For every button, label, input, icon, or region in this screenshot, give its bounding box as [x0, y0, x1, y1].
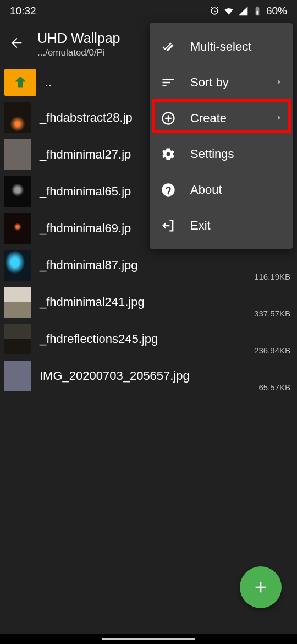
nav-bar: [0, 634, 297, 644]
chevron-right-icon: [276, 113, 283, 123]
menu-label: About: [190, 183, 222, 197]
file-size: 65.57KB: [258, 383, 290, 392]
file-row[interactable]: _fhdminimal241.jpg 337.57KB: [0, 283, 297, 320]
file-name: _fhdminimal69.jp: [40, 221, 131, 236]
status-bar: 10:32 60%: [0, 0, 297, 22]
plus-icon: [252, 578, 270, 596]
file-thumb: [4, 102, 31, 133]
exit-icon: [161, 218, 176, 233]
file-thumb: [4, 324, 31, 354]
sort-icon: [161, 75, 176, 90]
file-name: _fhdreflections245.jpg: [40, 332, 158, 346]
nav-indicator[interactable]: [102, 638, 195, 640]
file-row[interactable]: _fhdreflections245.jpg 236.94KB: [0, 320, 297, 357]
fab-add[interactable]: [240, 566, 282, 608]
settings-icon: [161, 146, 176, 162]
battery-percent: 60%: [266, 5, 287, 17]
menu-label: Settings: [190, 147, 234, 161]
file-name: _fhdminimal87.jpg: [40, 258, 138, 272]
chevron-right-icon: [276, 78, 283, 88]
file-thumb: [4, 287, 31, 318]
file-thumb: [4, 176, 31, 207]
file-name: IMG_20200703_205657.jpg: [40, 369, 190, 383]
menu-label: Sort by: [190, 75, 229, 90]
app-title-block: UHD Wallpap .../emulated/0/Pi: [37, 30, 120, 58]
file-size: 236.94KB: [254, 346, 290, 355]
menu-create[interactable]: Create: [150, 100, 293, 136]
create-icon: [161, 111, 176, 126]
status-icons: 60%: [209, 5, 287, 17]
multi-select-icon: [161, 39, 176, 54]
menu-sort-by[interactable]: Sort by: [150, 64, 293, 100]
about-icon: [161, 182, 176, 198]
back-button[interactable]: [9, 35, 24, 53]
folder-up-icon: [4, 69, 36, 96]
file-name: _fhdabstract28.jp: [40, 111, 133, 125]
parent-dir-label: ..: [45, 75, 52, 90]
overflow-menu: Multi-select Sort by Create Settings Abo…: [150, 23, 293, 249]
menu-label: Create: [190, 111, 227, 125]
wifi-icon: [223, 6, 234, 17]
file-row[interactable]: _fhdminimal87.jpg 116.19KB: [0, 247, 297, 283]
file-thumb: [4, 250, 31, 281]
file-thumb: [4, 213, 31, 244]
arrow-back-icon: [9, 35, 24, 51]
alarm-icon: [209, 6, 220, 17]
menu-label: Exit: [190, 219, 211, 233]
file-name: _fhdminimal65.jp: [40, 184, 131, 199]
file-size: 116.19KB: [254, 272, 290, 281]
battery-icon: [252, 6, 263, 17]
file-thumb: [4, 361, 31, 391]
arrow-up-icon: [11, 73, 30, 92]
menu-exit[interactable]: Exit: [150, 208, 293, 243]
file-name: _fhdminimal241.jpg: [40, 295, 145, 309]
svg-point-2: [168, 193, 169, 194]
file-size: 337.57KB: [254, 309, 290, 318]
menu-about[interactable]: About: [150, 172, 293, 208]
app-path: .../emulated/0/Pi: [37, 47, 120, 58]
status-time: 10:32: [10, 5, 36, 17]
menu-label: Multi-select: [190, 40, 251, 54]
signal-icon: [238, 6, 249, 17]
app-title: UHD Wallpap: [37, 30, 120, 46]
file-thumb: [4, 139, 31, 170]
file-row[interactable]: IMG_20200703_205657.jpg 65.57KB: [0, 357, 297, 394]
menu-multi-select[interactable]: Multi-select: [150, 29, 293, 64]
menu-settings[interactable]: Settings: [150, 136, 293, 172]
file-name: _fhdminimal27.jp: [40, 148, 131, 162]
